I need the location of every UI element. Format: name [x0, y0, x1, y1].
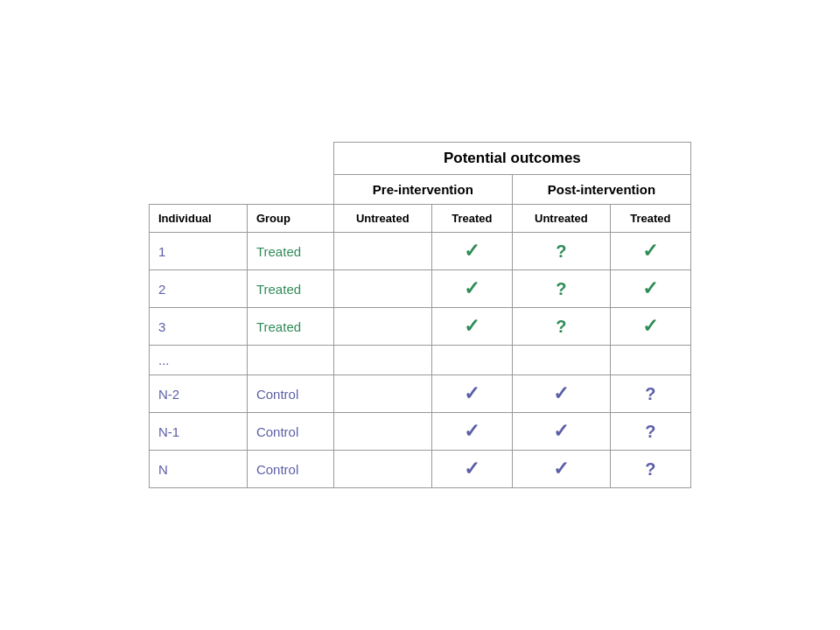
check-icon: ✓ — [464, 382, 480, 404]
question-icon: ? — [645, 384, 655, 403]
cell-individual-3: ... — [150, 346, 248, 375]
check-icon: ✓ — [642, 240, 658, 262]
cell-group-4: Control — [247, 375, 333, 413]
cell-post-untreated-6: ✓ — [512, 451, 610, 488]
cell-post-treated-6: ? — [610, 451, 690, 488]
cell-group-3 — [247, 346, 333, 375]
cell-pre-untreated-5 — [333, 413, 431, 451]
check-icon: ✓ — [464, 458, 480, 480]
cell-group-0: Treated — [247, 233, 333, 270]
check-icon: ✓ — [464, 420, 480, 442]
col-header-treated1: Treated — [431, 205, 512, 233]
cell-post-untreated-2: ? — [512, 308, 610, 346]
cell-pre-treated-1: ✓ — [431, 270, 512, 308]
col-header-group: Group — [247, 205, 333, 233]
table-wrapper: Potential outcomes Pre-intervention Post… — [149, 142, 691, 488]
cell-pre-untreated-0 — [333, 233, 431, 270]
cell-post-untreated-5: ✓ — [512, 413, 610, 451]
cell-post-untreated-1: ? — [512, 270, 610, 308]
check-icon: ✓ — [553, 458, 569, 480]
check-icon: ✓ — [464, 277, 480, 299]
cell-pre-untreated-1 — [333, 270, 431, 308]
empty-sub-left — [150, 175, 334, 205]
question-icon: ? — [645, 459, 655, 479]
cell-individual-4: N-2 — [150, 375, 248, 413]
header-pre-intervention: Pre-intervention — [333, 175, 512, 205]
header-potential-outcomes: Potential outcomes — [333, 143, 690, 175]
check-icon: ✓ — [642, 277, 658, 299]
cell-individual-1: 2 — [150, 270, 248, 308]
col-header-individual: Individual — [150, 205, 248, 233]
question-icon: ? — [556, 279, 566, 298]
cell-pre-untreated-4 — [333, 375, 431, 413]
cell-post-treated-2: ✓ — [610, 308, 690, 346]
cell-post-untreated-3 — [512, 346, 610, 375]
cell-pre-treated-2: ✓ — [431, 308, 512, 346]
cell-post-untreated-0: ? — [512, 233, 610, 270]
potential-outcomes-table: Potential outcomes Pre-intervention Post… — [149, 142, 691, 488]
cell-group-1: Treated — [247, 270, 333, 308]
question-icon: ? — [556, 242, 566, 261]
question-icon: ? — [645, 422, 655, 441]
cell-pre-treated-3 — [431, 346, 512, 375]
cell-pre-treated-6: ✓ — [431, 451, 512, 488]
cell-post-treated-3 — [610, 346, 690, 375]
col-header-treated2: Treated — [610, 205, 690, 233]
cell-pre-untreated-2 — [333, 308, 431, 346]
cell-post-treated-4: ? — [610, 375, 690, 413]
cell-post-treated-5: ? — [610, 413, 690, 451]
cell-individual-0: 1 — [150, 233, 248, 270]
cell-pre-treated-4: ✓ — [431, 375, 512, 413]
cell-individual-6: N — [150, 451, 248, 488]
cell-individual-2: 3 — [150, 308, 248, 346]
question-icon: ? — [556, 317, 566, 336]
check-icon: ✓ — [642, 315, 658, 337]
col-header-untreated2: Untreated — [512, 205, 610, 233]
cell-post-treated-1: ✓ — [610, 270, 690, 308]
cell-group-2: Treated — [247, 308, 333, 346]
table-body: 1Treated✓?✓2Treated✓?✓3Treated✓?✓...N-2C… — [150, 233, 691, 488]
cell-post-untreated-4: ✓ — [512, 375, 610, 413]
check-icon: ✓ — [464, 240, 480, 262]
check-icon: ✓ — [464, 315, 480, 337]
cell-pre-treated-0: ✓ — [431, 233, 512, 270]
cell-pre-untreated-3 — [333, 346, 431, 375]
check-icon: ✓ — [553, 420, 569, 442]
check-icon: ✓ — [553, 382, 569, 404]
cell-post-treated-0: ✓ — [610, 233, 690, 270]
header-post-intervention: Post-intervention — [512, 175, 690, 205]
cell-group-5: Control — [247, 413, 333, 451]
cell-individual-5: N-1 — [150, 413, 248, 451]
cell-pre-untreated-6 — [333, 451, 431, 488]
col-header-untreated1: Untreated — [333, 205, 431, 233]
cell-pre-treated-5: ✓ — [431, 413, 512, 451]
empty-top-left — [150, 143, 334, 175]
cell-group-6: Control — [247, 451, 333, 488]
